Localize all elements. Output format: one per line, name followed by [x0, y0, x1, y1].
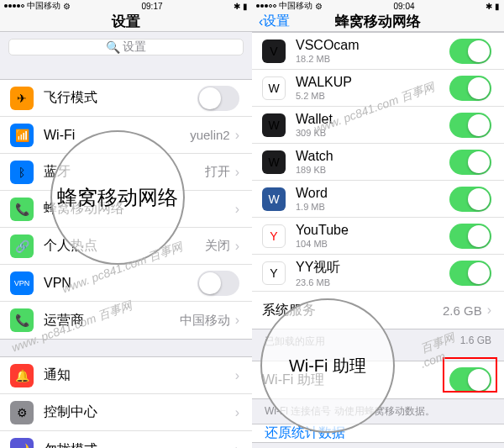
app-icon: W: [262, 113, 286, 137]
row-vpn[interactable]: VPN VPN: [0, 265, 252, 302]
control-center-icon: ⚙: [10, 401, 34, 424]
search-icon: 🔍: [106, 40, 120, 54]
row-control-center[interactable]: ⚙ 控制中心 ›: [0, 394, 252, 431]
app-row[interactable]: V VSCOcam 18.2 MB: [252, 33, 504, 70]
chevron-right-icon: ›: [235, 405, 239, 420]
battery-icon: ▮: [495, 2, 500, 11]
chevron-right-icon: ›: [235, 128, 239, 143]
app-icon: W: [262, 187, 286, 211]
clock: 09:17: [141, 2, 162, 11]
app-row[interactable]: Y YY视听 23.6 MB: [252, 255, 504, 292]
search-input[interactable]: 🔍 设置: [8, 39, 244, 55]
wifi-assist-toggle[interactable]: [449, 367, 491, 393]
wifi-icon: ⚙: [315, 2, 323, 11]
last-reset-label: 上一次还原时间：2015年2月1日 10:29: [252, 443, 504, 448]
row-bluetooth[interactable]: ᛒ 蓝牙 打开 ›: [0, 154, 252, 191]
back-button[interactable]: ‹ 设置: [259, 13, 290, 30]
bluetooth-icon: ✱: [486, 2, 492, 11]
chevron-right-icon: ›: [235, 442, 239, 448]
chevron-right-icon: ›: [235, 368, 239, 383]
uninstalled-row: 已卸载的应用1.6 GB: [252, 329, 504, 354]
bluetooth-icon: ✱: [234, 2, 240, 11]
chevron-right-icon: ›: [235, 239, 239, 254]
status-bar: 中国移动 ⚙ 09:17 ✱ ▮: [0, 0, 252, 12]
row-hotspot[interactable]: 🔗 个人热点 关闭 ›: [0, 228, 252, 265]
row-notifications[interactable]: 🔔 通知 ›: [0, 357, 252, 394]
row-wifi[interactable]: 📶 Wi-Fi yuelin2 ›: [0, 117, 252, 154]
right-screenshot: 中国移动 ⚙ 09:04 ✱ ▮ ‹ 设置 蜂窝移动网络 V VSCOcam 1…: [252, 0, 504, 448]
app-icon: W: [262, 150, 286, 174]
wifi-assist-hint: Wi-Fl 连接信号 动使用蜂窝移动数据。: [252, 399, 504, 424]
wifi-icon: 📶: [10, 124, 34, 147]
page-title: 蜂窝移动网络: [335, 12, 421, 31]
app-toggle[interactable]: [449, 76, 491, 101]
left-screenshot: 中国移动 ⚙ 09:17 ✱ ▮ 设置 🔍 设置 ✈ 飞行模式 📶 Wi-Fi …: [0, 0, 252, 448]
row-system-services[interactable]: 系统服务 2.6 GB›: [252, 292, 504, 329]
status-bar: 中国移动 ⚙ 09:04 ✱ ▮: [252, 0, 504, 12]
app-toggle[interactable]: [449, 113, 491, 138]
chevron-right-icon: ›: [235, 165, 239, 180]
app-toggle[interactable]: [449, 187, 491, 212]
page-title: 设置: [112, 12, 140, 31]
app-row[interactable]: W Word 1.9 MB: [252, 181, 504, 218]
cellular-icon: 📞: [10, 198, 34, 221]
app-toggle[interactable]: [449, 150, 491, 175]
app-icon: V: [262, 40, 286, 63]
vpn-toggle[interactable]: [197, 271, 239, 296]
nav-bar: ‹ 设置 蜂窝移动网络: [252, 12, 504, 32]
app-row[interactable]: W Wallet 309 KB: [252, 107, 504, 144]
hotspot-icon: 🔗: [10, 235, 34, 258]
chevron-right-icon: ›: [235, 202, 239, 217]
carrier-label: 中国移动: [27, 0, 60, 12]
vpn-icon: VPN: [10, 271, 34, 295]
app-toggle[interactable]: [449, 261, 491, 286]
app-row[interactable]: Y YouTube 104 MB: [252, 218, 504, 255]
app-icon: Y: [262, 224, 286, 248]
app-icon: Y: [262, 261, 286, 285]
app-icon: W: [262, 76, 286, 100]
row-dnd[interactable]: 🌙 勿扰模式 ›: [0, 431, 252, 448]
reset-stats-button[interactable]: 还原统计数据: [252, 424, 504, 443]
app-toggle[interactable]: [449, 39, 491, 64]
wifi-icon: ⚙: [63, 2, 71, 11]
nav-bar: 设置: [0, 12, 252, 32]
row-airplane-mode[interactable]: ✈ 飞行模式: [0, 80, 252, 117]
row-wifi-assist[interactable]: Wi-Fi 助理: [252, 361, 504, 398]
bluetooth-icon: ᛒ: [10, 161, 34, 184]
notifications-icon: 🔔: [10, 364, 34, 387]
carrier-label: 中国移动: [279, 0, 312, 12]
airplane-toggle[interactable]: [197, 86, 239, 111]
moon-icon: 🌙: [10, 438, 34, 448]
clock: 09:04: [393, 2, 414, 11]
airplane-icon: ✈: [10, 87, 34, 110]
phone-icon: 📞: [10, 308, 34, 332]
row-carrier[interactable]: 📞 运营商 中国移动 ›: [0, 302, 252, 339]
battery-icon: ▮: [243, 2, 248, 11]
app-toggle[interactable]: [449, 224, 491, 249]
app-row[interactable]: W Watch 189 KB: [252, 144, 504, 181]
chevron-right-icon: ›: [235, 313, 239, 328]
app-row[interactable]: W WALKUP 5.2 MB: [252, 70, 504, 107]
row-cellular[interactable]: 📞 蜂窝移动网络 ›: [0, 191, 252, 228]
